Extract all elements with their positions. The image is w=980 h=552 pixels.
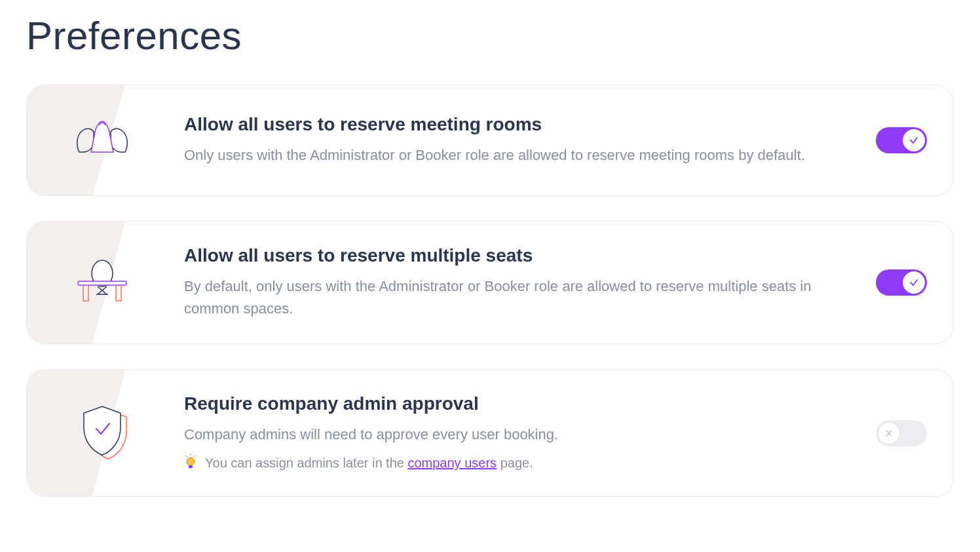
- toggle-meeting-rooms[interactable]: [876, 127, 927, 153]
- lightbulb-icon: [184, 454, 197, 473]
- svg-rect-1: [78, 281, 126, 285]
- hint-text: You can assign admins later in the compa…: [205, 456, 533, 471]
- toggle-multiple-seats[interactable]: [876, 269, 927, 296]
- preference-content: Allow all users to reserve multiple seat…: [184, 245, 850, 320]
- preference-card-meeting-rooms: Allow all users to reserve meeting rooms…: [26, 85, 954, 196]
- meeting-room-icon: [73, 116, 132, 165]
- preference-title: Allow all users to reserve meeting rooms: [184, 114, 850, 135]
- toggle-knob: [903, 271, 925, 294]
- preference-content: Require company admin approval Company a…: [184, 393, 850, 473]
- hint-suffix: page.: [497, 456, 533, 470]
- preference-title: Allow all users to reserve multiple seat…: [184, 245, 850, 266]
- preference-description: By default, only users with the Administ…: [184, 275, 850, 320]
- check-icon: [909, 135, 919, 146]
- preference-title: Require company admin approval: [184, 393, 850, 414]
- svg-line-4: [194, 456, 195, 457]
- shield-icon: [73, 403, 132, 464]
- x-icon: [885, 429, 893, 437]
- svg-line-3: [186, 456, 187, 457]
- toggle-knob: [878, 422, 900, 444]
- preference-content: Allow all users to reserve meeting rooms…: [184, 114, 850, 167]
- company-users-link[interactable]: company users: [407, 456, 497, 470]
- svg-rect-6: [189, 465, 193, 468]
- preference-card-admin-approval: Require company admin approval Company a…: [26, 369, 954, 497]
- preference-description: Company admins will need to approve ever…: [184, 424, 850, 446]
- preference-hint: You can assign admins later in the compa…: [184, 454, 850, 473]
- svg-point-5: [187, 458, 195, 465]
- toggle-admin-approval[interactable]: [876, 420, 927, 446]
- preference-card-multiple-seats: Allow all users to reserve multiple seat…: [26, 221, 954, 344]
- multiple-seats-icon: [73, 255, 132, 310]
- preference-description: Only users with the Administrator or Boo…: [184, 144, 850, 167]
- toggle-knob: [903, 129, 925, 151]
- page-title: Preferences: [26, 13, 954, 58]
- hint-prefix: You can assign admins later in the: [205, 456, 407, 470]
- check-icon: [909, 277, 919, 288]
